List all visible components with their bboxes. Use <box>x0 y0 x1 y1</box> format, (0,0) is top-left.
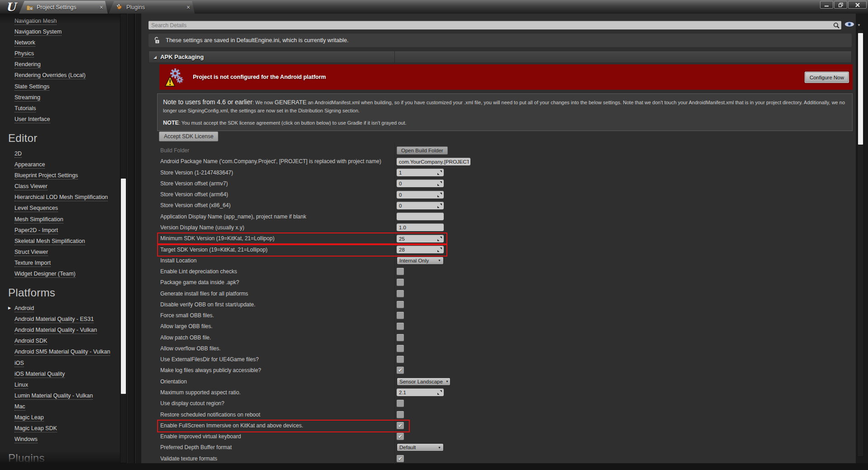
allow-patch-obb-file-checkbox[interactable] <box>397 334 404 341</box>
text-value: com.YourCompany.[PROJECT] <box>399 159 469 165</box>
close-window-button[interactable] <box>848 1 867 9</box>
use-display-cutout-region-checkbox[interactable] <box>397 400 404 407</box>
minimum-sdk-version-19-kitkat-21-lollipop-number-input[interactable]: 25 <box>397 235 444 242</box>
maximum-supported-aspect-ratio-number-input[interactable]: 2.1 <box>397 388 444 396</box>
restore-button[interactable] <box>834 1 847 9</box>
sidebar-item-ios[interactable]: iOS <box>0 358 128 368</box>
sidebar-item-android-material-quality-vulkan[interactable]: Android Material Quality - Vulkan <box>0 325 128 335</box>
sidebar-item-hierarchical-lod-mesh-simplification[interactable]: Hierarchical LOD Mesh Simplification <box>0 192 128 203</box>
view-options-eye-icon[interactable] <box>844 21 855 27</box>
value-drag-icon[interactable] <box>437 390 442 395</box>
category-expander-icon[interactable]: ◢ <box>153 55 157 59</box>
category-header-apk-packaging[interactable]: ◢ APK Packaging <box>149 51 852 63</box>
allow-large-obb-files-checkbox[interactable] <box>397 323 404 330</box>
sidebar-item-android-sm5-material-quality-vulkan[interactable]: Android SM5 Material Quality - Vulkan <box>0 346 128 357</box>
sidebar-item-texture-import[interactable]: Texture Import <box>0 257 128 268</box>
application-display-name-app-name-project--text-input[interactable] <box>397 213 444 220</box>
column-splitter[interactable] <box>394 51 395 63</box>
allow-overflow-obb-files-checkbox[interactable] <box>397 345 404 352</box>
sidebar-item-android-material-quality-es31[interactable]: Android Material Quality - ES31 <box>0 314 128 325</box>
value-drag-icon[interactable] <box>437 237 442 241</box>
setting-label: Version Display Name (usually x.y) <box>160 224 397 231</box>
sidebar-item-mac[interactable]: Mac <box>0 401 128 412</box>
value-drag-icon[interactable] <box>437 247 442 252</box>
store-version-offset-armv7-number-input[interactable]: 0 <box>397 179 444 187</box>
preferred-depth-buffer-format-dropdown[interactable]: Default▼ <box>397 443 444 451</box>
disable-verify-obb-on-first-start-update-checkbox[interactable] <box>397 301 404 308</box>
accept-sdk-license-button[interactable]: Accept SDK License <box>159 131 218 141</box>
sidebar-item-windows[interactable]: Windows <box>0 434 128 445</box>
sidebar-item-level-sequences[interactable]: Level Sequences <box>0 203 128 213</box>
sidebar-item-paper2d-import[interactable]: Paper2D - Import <box>0 225 128 236</box>
sidebar-item-slate-settings[interactable]: Slate Settings <box>0 81 128 92</box>
configure-now-button[interactable]: Configure Now <box>805 72 849 83</box>
sidebar-item-2d[interactable]: 2D <box>0 148 128 159</box>
sidebar-item-android[interactable]: Android <box>0 303 128 314</box>
enable-fullscreen-immersive-on-kitkat-and--checkbox[interactable]: ✔ <box>397 422 404 429</box>
sidebar-item-rendering[interactable]: Rendering <box>0 59 128 70</box>
close-tab-icon[interactable]: × <box>187 4 190 10</box>
make-log-files-always-publicly-accessible-checkbox[interactable]: ✔ <box>397 367 404 374</box>
android-package-name-com-company-project-p-text-input[interactable]: com.YourCompany.[PROJECT] <box>397 158 470 165</box>
validate-texture-formats-checkbox[interactable]: ✔ <box>397 455 404 462</box>
view-options-caret-icon[interactable]: ▼ <box>857 23 861 27</box>
close-tab-icon[interactable]: × <box>100 4 103 10</box>
version-display-name-usually-x-y-text-input[interactable]: 1.0 <box>397 223 444 231</box>
value-drag-icon[interactable] <box>437 204 442 208</box>
value-drag-icon[interactable] <box>437 170 442 175</box>
sidebar-item-android-sdk[interactable]: Android SDK <box>0 335 128 346</box>
store-version-1-2147483647-number-input[interactable]: 1 <box>397 169 444 176</box>
store-version-offset-x86-64-number-input[interactable]: 0 <box>397 202 444 209</box>
value-drag-icon[interactable] <box>437 181 442 186</box>
sidebar-item-widget-designer-team[interactable]: Widget Designer (Team) <box>0 268 128 279</box>
setting-value <box>397 356 404 363</box>
settings-sidebar: Navigation MeshNavigation SystemNetworkP… <box>0 14 128 463</box>
sidebar-item-struct-viewer[interactable]: Struct Viewer <box>0 247 128 257</box>
details-scrollbar-thumb[interactable] <box>858 33 863 145</box>
tab-plugins[interactable]: Plugins × <box>109 1 195 14</box>
sidebar-item-streaming[interactable]: Streaming <box>0 92 128 103</box>
use-externalfilesdir-for-ue4game-files-checkbox[interactable] <box>397 356 404 363</box>
sidebar-item-ios-material-quality[interactable]: iOS Material Quality <box>0 368 128 379</box>
setting-row-install-location: Install LocationInternal Only▼ <box>160 255 856 266</box>
minimize-button[interactable] <box>820 1 833 9</box>
sidebar-item-appearance[interactable]: Appearance <box>0 159 128 170</box>
details-scrollbar[interactable] <box>857 29 864 457</box>
sidebar-item-physics[interactable]: Physics <box>0 48 128 59</box>
sidebar-scrollbar-thumb[interactable] <box>121 179 126 394</box>
setting-row-version-display-name-usually-x-y: Version Display Name (usually x.y)1.0 <box>160 222 856 233</box>
build-folder-button[interactable]: Open Build Folder <box>397 146 448 155</box>
setting-row-enable-fullscreen-immersive-on-kitkat-and-: Enable FullScreen Immersive on KitKat an… <box>160 420 856 431</box>
package-game-data-inside-apk-checkbox[interactable] <box>397 279 404 286</box>
sidebar-item-magic-leap-sdk[interactable]: Magic Leap SDK <box>0 423 128 434</box>
sidebar-item-label: Lumin Material Quality - Vulkan <box>14 392 93 400</box>
target-sdk-version-19-kitkat-21-lollipop-number-input[interactable]: 28 <box>397 246 444 253</box>
store-version-offset-arm64-number-input[interactable]: 0 <box>397 191 444 199</box>
sidebar-item-lumin-material-quality-vulkan[interactable]: Lumin Material Quality - Vulkan <box>0 390 128 401</box>
sidebar-item-tutorials[interactable]: Tutorials <box>0 103 128 114</box>
enable-lint-depreciation-checks-checkbox[interactable] <box>397 268 404 275</box>
sidebar-item-class-viewer[interactable]: Class Viewer <box>0 181 128 192</box>
sidebar-item-user-interface[interactable]: User Interface <box>0 114 128 125</box>
sidebar-item-mesh-simplification[interactable]: Mesh Simplification <box>0 214 128 225</box>
sidebar-item-navigation-mesh[interactable]: Navigation Mesh <box>0 15 128 26</box>
enable-improved-virtual-keyboard-checkbox[interactable]: ✔ <box>397 433 404 440</box>
value-drag-icon[interactable] <box>437 193 442 197</box>
sidebar-item-navigation-system[interactable]: Navigation System <box>0 26 128 37</box>
sidebar-item-linux[interactable]: Linux <box>0 379 128 390</box>
sidebar-scrollbar[interactable] <box>120 14 127 463</box>
force-small-obb-files-checkbox[interactable] <box>397 312 404 319</box>
restore-scheduled-notifications-on-reboot-checkbox[interactable] <box>397 411 404 418</box>
sidebar-item-magic-leap[interactable]: Magic Leap <box>0 412 128 423</box>
orientation-dropdown[interactable]: Sensor Landscape▼ <box>397 378 451 386</box>
tab-project-settings[interactable]: Project Settings × <box>19 1 108 14</box>
sidebar-item-network[interactable]: Network <box>0 37 128 48</box>
install-location-dropdown[interactable]: Internal Only▼ <box>397 257 444 265</box>
sidebar-item-skeletal-mesh-simplification[interactable]: Skeletal Mesh Simplification <box>0 236 128 247</box>
sidebar-item-rendering-overrides-local[interactable]: Rendering Overrides (Local) <box>0 70 128 81</box>
sidebar-item-label: Physics <box>14 50 34 58</box>
search-input[interactable] <box>149 22 833 29</box>
generate-install-files-for-all-platforms-checkbox[interactable] <box>397 290 404 297</box>
sidebar-item-blueprint-project-settings[interactable]: Blueprint Project Settings <box>0 170 128 181</box>
search-icon <box>833 22 839 29</box>
